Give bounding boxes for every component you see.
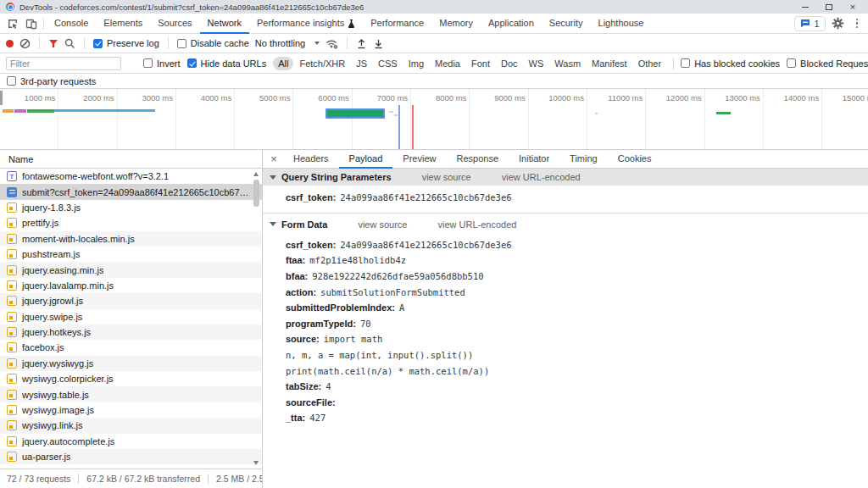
inspect-element-button[interactable] (3, 14, 22, 33)
details-tab[interactable]: Payload (339, 150, 393, 169)
type-filter-pill[interactable]: All (273, 57, 293, 70)
details-tab[interactable]: Preview (392, 150, 446, 169)
preserve-log-checkbox[interactable] (93, 39, 103, 48)
settings-button[interactable] (829, 14, 848, 33)
type-filter-pill[interactable]: Manifest (587, 57, 632, 70)
table-row[interactable]: prettify.js (0, 215, 262, 230)
issues-counter[interactable]: 1 (794, 16, 825, 31)
table-row[interactable]: wysiwyg.image.js (0, 402, 262, 418)
table-row[interactable]: jquery-1.8.3.js (0, 200, 262, 215)
close-details-button[interactable]: × (264, 151, 283, 168)
waterfall-bar-blue (54, 109, 155, 112)
invert-checkbox[interactable] (143, 58, 153, 68)
request-list-scrollbar[interactable] (251, 169, 262, 469)
name-column-header[interactable]: Name (0, 150, 262, 169)
view-source-link[interactable]: view source (358, 219, 407, 230)
table-row[interactable]: jquery.easing.min.js (0, 262, 262, 277)
timeline-scroll-handle[interactable] (0, 91, 3, 105)
details-tab[interactable]: Timing (559, 150, 608, 169)
table-row[interactable]: jquery.wysiwyg.js (0, 356, 262, 371)
table-row[interactable]: fontawesome-webfont.woff?v=3.2.1 (0, 169, 262, 184)
type-filter-label: Fetch/XHR (299, 58, 345, 69)
main-tab[interactable]: Performance (363, 14, 431, 34)
main-tab[interactable]: Elements (96, 14, 150, 34)
scroll-up-icon[interactable] (253, 172, 259, 176)
hide-data-urls-checkbox[interactable] (187, 58, 197, 68)
main-tab[interactable]: Sources (150, 14, 199, 34)
table-row[interactable]: jquery.lavalamp.min.js (0, 278, 262, 293)
view-url-encoded-link[interactable]: view URL-encoded (437, 219, 516, 230)
throttling-select[interactable]: No throttling (255, 38, 320, 48)
close-button[interactable]: × (841, 0, 865, 14)
type-filter-pill[interactable]: JS (351, 57, 372, 70)
type-filter-pill[interactable]: Wasm (549, 57, 586, 70)
invert-toggle[interactable]: Invert (143, 58, 181, 69)
main-tab[interactable]: Console (47, 14, 96, 34)
preserve-log-toggle[interactable]: Preserve log (93, 38, 159, 48)
details-tab[interactable]: Cookies (608, 150, 662, 169)
timeline-ticks: 1000 ms 2000 ms 3000 ms 4000 ms 5000 ms … (0, 89, 868, 149)
hide-data-urls-toggle[interactable]: Hide data URLs (187, 58, 267, 69)
details-tab[interactable]: Headers (283, 150, 339, 169)
blocked-requests-toggle[interactable]: Blocked Requests (787, 58, 868, 69)
type-filter-pill[interactable]: CSS (373, 57, 403, 70)
type-filter-pill[interactable]: Img (403, 57, 429, 70)
scrollbar-thumb[interactable] (253, 180, 259, 207)
table-row[interactable]: moment-with-locales.min.js (0, 231, 262, 247)
type-filter-pill[interactable]: Doc (496, 57, 523, 70)
details-tab[interactable]: Response (446, 150, 509, 169)
table-row[interactable]: ua-parser.js (0, 449, 262, 464)
minimize-button[interactable] (793, 0, 817, 14)
export-har-button[interactable] (373, 38, 384, 49)
record-button[interactable] (6, 40, 14, 47)
disable-cache-checkbox[interactable] (177, 39, 186, 48)
type-filter-pill[interactable]: Media (430, 57, 465, 70)
has-blocked-cookies-toggle[interactable]: Has blocked cookies (681, 58, 780, 69)
scroll-down-icon[interactable] (253, 461, 259, 465)
details-tab[interactable]: Initiator (509, 150, 559, 169)
import-har-button[interactable] (356, 38, 367, 49)
main-tab[interactable]: Network (200, 14, 249, 34)
filter-toggle-button[interactable] (48, 39, 58, 48)
type-filter-pill[interactable]: Other (633, 57, 667, 70)
table-row[interactable]: pushstream.js (0, 247, 262, 262)
table-row[interactable]: wysiwyg.table.js (0, 386, 262, 402)
type-filter-pill[interactable]: WS (524, 57, 549, 70)
search-button[interactable] (64, 38, 75, 49)
view-source-link[interactable]: view source (422, 172, 471, 182)
request-name: submit?csrf_token=24a099aa86f41e212665c1… (22, 187, 250, 197)
blocked-requests-checkbox[interactable] (787, 58, 796, 68)
main-tab-label: Memory (439, 14, 473, 33)
disable-cache-toggle[interactable]: Disable cache (177, 38, 249, 48)
view-url-encoded-link[interactable]: view URL-encoded (502, 172, 581, 182)
more-options-button[interactable] (851, 19, 864, 29)
table-row[interactable]: jquery.autocomplete.js (0, 434, 262, 449)
timeline-overview[interactable]: 1000 ms 2000 ms 3000 ms 4000 ms 5000 ms … (0, 89, 868, 150)
clear-button[interactable] (19, 38, 31, 49)
main-tab[interactable]: Memory (431, 14, 481, 34)
type-filter-pill[interactable]: Fetch/XHR (294, 57, 350, 70)
table-row[interactable]: wysiwyg.colorpicker.js (0, 371, 262, 386)
filter-input[interactable] (6, 57, 121, 70)
table-row[interactable]: jquery.jgrowl.js (0, 293, 262, 308)
type-filter-pill[interactable]: Font (466, 57, 495, 70)
table-row[interactable]: wysiwyg.link.js (0, 418, 262, 433)
device-toolbar-button[interactable] (22, 14, 41, 33)
main-tab[interactable]: Performance insights (249, 14, 363, 34)
table-row[interactable]: facebox.js (0, 340, 262, 355)
has-blocked-cookies-checkbox[interactable] (681, 58, 690, 68)
form-data-section-header[interactable]: Form Data view source view URL-encoded (263, 216, 868, 233)
maximize-button[interactable] (817, 0, 841, 14)
type-filter-label: Other (638, 58, 662, 69)
main-tab[interactable]: Lighthouse (591, 14, 652, 34)
table-row[interactable]: jquery.swipe.js (0, 309, 262, 324)
table-row[interactable]: jquery.hotkeys.js (0, 324, 262, 340)
timeline-tick-label: 5000 ms (235, 89, 293, 149)
chevron-down-icon (314, 42, 320, 45)
table-row[interactable]: submit?csrf_token=24a099aa86f41e212665c1… (0, 184, 262, 199)
query-string-section-header[interactable]: Query String Parameters view source view… (263, 169, 868, 186)
network-conditions-button[interactable] (326, 38, 338, 49)
third-party-checkbox[interactable] (7, 76, 16, 86)
main-tab[interactable]: Security (542, 14, 591, 34)
main-tab[interactable]: Application (481, 14, 542, 34)
